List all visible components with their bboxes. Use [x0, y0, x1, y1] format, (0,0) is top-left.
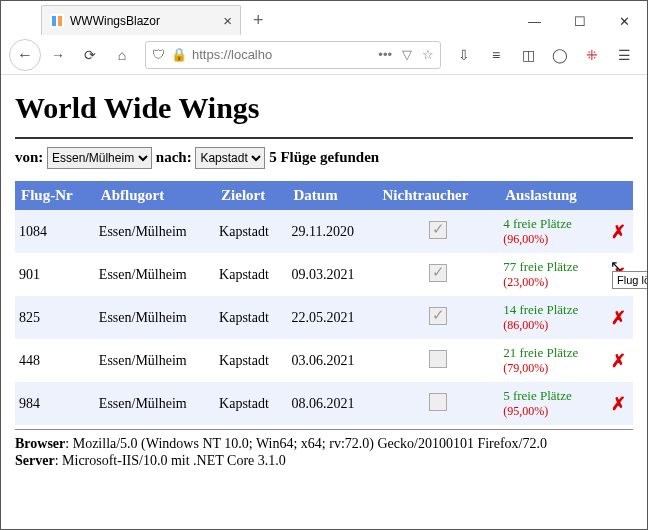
checkbox-icon[interactable]	[429, 307, 447, 325]
free-seats: 77 freie Plätze	[503, 259, 600, 275]
table-row: 984 Essen/Mülheim Kapstadt 08.06.2021 5 …	[15, 382, 633, 425]
lock-warning-icon: 🔒	[171, 47, 187, 62]
url-bar[interactable]: 🛡 🔒 https://localho ••• ▽ ☆	[145, 41, 441, 69]
checkbox-icon[interactable]	[429, 264, 447, 282]
shield-icon: 🛡	[152, 47, 165, 62]
cell-auslastung: 4 freie Plätze (96,00%)	[499, 210, 604, 253]
browser-window: WWWingsBlazor × + — ☐ ✕ ← → ⟳ ⌂ 🛡 🔒 http…	[0, 0, 648, 530]
checkbox-icon[interactable]	[429, 350, 447, 368]
cell-flugnr: 1084	[15, 210, 95, 253]
footer-server-label: Server	[15, 453, 55, 468]
th-abflugort: Abflugort	[95, 181, 215, 210]
home-button[interactable]: ⌂	[107, 40, 137, 70]
delete-icon[interactable]: ✗	[611, 351, 626, 371]
tab-close-icon[interactable]: ×	[223, 12, 232, 29]
reload-button[interactable]: ⟳	[75, 40, 105, 70]
cell-nichtraucher	[377, 210, 500, 253]
svg-rect-1	[52, 16, 56, 26]
delete-icon[interactable]: ✗	[611, 394, 626, 414]
from-label: von:	[15, 149, 43, 165]
flights-table: Flug-Nr Abflugort Zielort Datum Nichtrau…	[15, 181, 633, 425]
footer-browser-value: Mozilla/5.0 (Windows NT 10.0; Win64; x64…	[73, 436, 547, 451]
cell-abflugort: Essen/Mülheim	[95, 253, 215, 296]
browser-tab[interactable]: WWWingsBlazor ×	[41, 5, 241, 35]
cell-delete: ✗ ↖Flug löschen	[604, 253, 633, 296]
cell-delete: ✗	[604, 210, 633, 253]
cell-datum: 09.03.2021	[287, 253, 376, 296]
load-percent: (79,00%)	[503, 361, 600, 376]
cell-flugnr: 825	[15, 296, 95, 339]
favicon-icon	[50, 14, 64, 28]
checkbox-icon[interactable]	[429, 393, 447, 411]
cell-nichtraucher	[377, 253, 500, 296]
divider	[15, 137, 633, 139]
table-row: 448 Essen/Mülheim Kapstadt 03.06.2021 21…	[15, 339, 633, 382]
menu-icon[interactable]: ☰	[609, 40, 639, 70]
account-icon[interactable]: ◯	[545, 40, 575, 70]
cell-delete: ✗	[604, 296, 633, 339]
th-datum: Datum	[287, 181, 376, 210]
delete-tooltip: Flug löschen	[612, 271, 648, 289]
footer: Browser: Mozilla/5.0 (Windows NT 10.0; W…	[15, 436, 633, 470]
cell-flugnr: 901	[15, 253, 95, 296]
cell-zielort: Kapstadt	[215, 210, 287, 253]
extensions-icon[interactable]: ⁜	[577, 40, 607, 70]
divider	[15, 429, 633, 430]
footer-browser-label: Browser	[15, 436, 65, 451]
cell-delete: ✗	[604, 382, 633, 425]
tab-title: WWWingsBlazor	[70, 14, 160, 28]
table-row: 825 Essen/Mülheim Kapstadt 22.05.2021 14…	[15, 296, 633, 339]
to-label: nach:	[156, 149, 192, 165]
cell-flugnr: 984	[15, 382, 95, 425]
bookmark-icon[interactable]: ☆	[422, 47, 434, 62]
cell-zielort: Kapstadt	[215, 253, 287, 296]
sidebar-icon[interactable]: ◫	[513, 40, 543, 70]
cell-nichtraucher	[377, 296, 500, 339]
more-icon[interactable]: •••	[378, 47, 392, 62]
checkbox-icon[interactable]	[429, 221, 447, 239]
cell-datum: 08.06.2021	[287, 382, 376, 425]
cell-abflugort: Essen/Mülheim	[95, 382, 215, 425]
to-select[interactable]: Kapstadt	[195, 147, 265, 169]
table-row: 1084 Essen/Mülheim Kapstadt 29.11.2020 4…	[15, 210, 633, 253]
free-seats: 14 freie Plätze	[503, 302, 600, 318]
cell-abflugort: Essen/Mülheim	[95, 210, 215, 253]
from-select[interactable]: Essen/Mülheim	[47, 147, 152, 169]
cell-zielort: Kapstadt	[215, 339, 287, 382]
window-minimize-button[interactable]: —	[512, 7, 557, 35]
toolbar: ← → ⟳ ⌂ 🛡 🔒 https://localho ••• ▽ ☆ ⇩ ≡ …	[1, 35, 647, 75]
cell-datum: 29.11.2020	[287, 210, 376, 253]
cell-auslastung: 14 freie Plätze (86,00%)	[499, 296, 604, 339]
downloads-icon[interactable]: ⇩	[449, 40, 479, 70]
filter-row: von: Essen/Mülheim nach: Kapstadt 5 Flüg…	[15, 147, 633, 169]
library-icon[interactable]: ≡	[481, 40, 511, 70]
th-nichtraucher: Nichtraucher	[377, 181, 500, 210]
cell-zielort: Kapstadt	[215, 382, 287, 425]
free-seats: 21 freie Plätze	[503, 345, 600, 361]
window-close-button[interactable]: ✕	[602, 7, 647, 35]
cell-nichtraucher	[377, 339, 500, 382]
back-button[interactable]: ←	[9, 39, 41, 71]
forward-button[interactable]: →	[43, 40, 73, 70]
window-maximize-button[interactable]: ☐	[557, 7, 602, 35]
cell-datum: 22.05.2021	[287, 296, 376, 339]
load-percent: (96,00%)	[503, 232, 600, 247]
reader-icon[interactable]: ▽	[402, 47, 412, 62]
cell-datum: 03.06.2021	[287, 339, 376, 382]
new-tab-button[interactable]: +	[247, 10, 270, 31]
cell-delete: ✗	[604, 339, 633, 382]
cell-abflugort: Essen/Mülheim	[95, 339, 215, 382]
load-percent: (86,00%)	[503, 318, 600, 333]
delete-icon[interactable]: ✗	[611, 308, 626, 328]
cell-abflugort: Essen/Mülheim	[95, 296, 215, 339]
cell-nichtraucher	[377, 382, 500, 425]
delete-icon[interactable]: ✗	[611, 222, 626, 242]
th-auslastung: Auslastung	[499, 181, 604, 210]
titlebar: WWWingsBlazor × + — ☐ ✕	[1, 1, 647, 35]
free-seats: 5 freie Plätze	[503, 388, 600, 404]
page-title: World Wide Wings	[15, 91, 633, 125]
th-flugnr: Flug-Nr	[15, 181, 95, 210]
url-text: https://localho	[192, 47, 272, 62]
cell-auslastung: 21 freie Plätze (79,00%)	[499, 339, 604, 382]
cell-zielort: Kapstadt	[215, 296, 287, 339]
